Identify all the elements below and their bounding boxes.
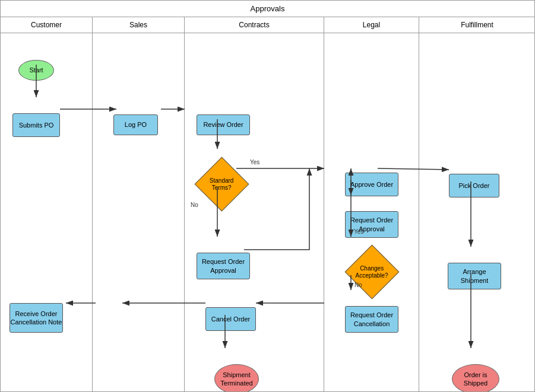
node-arrange-shipment: Arrange Shipment [448,263,501,289]
lane-header-fulfillment: Fulfillment [419,17,535,33]
node-shipment-terminated: Shipment Terminated [214,364,259,392]
lane-body-fulfillment: Pick Order Arrange Shipment Order is Shi… [419,33,535,391]
lane-body-sales: Log PO [93,33,184,391]
lane-sales: Sales Log PO [93,17,185,391]
lane-header-legal: Legal [324,17,419,33]
lane-fulfillment: Fulfillment Pick Order Arrange Shipment … [419,17,535,391]
swim-lanes: Customer Start Submits PO Receive Order … [1,17,534,391]
lane-customer: Customer Start Submits PO Receive Order … [1,17,93,391]
node-standard-terms: Standard Terms? [195,157,249,212]
lane-body-customer: Start Submits PO Receive Order Cancellat… [1,33,92,391]
lane-body-contracts: Review Order Standard Terms? Request Ord… [185,33,324,391]
node-request-approval-legal: Request Order Approval [345,211,398,238]
lane-body-legal: Approve Order Request Order Approval Cha… [324,33,419,391]
node-log-po: Log PO [113,114,158,135]
lane-contracts: Contracts Review Order Standard Terms? R… [185,17,324,391]
lane-header-customer: Customer [1,17,92,33]
node-cancel-order: Cancel Order [205,307,256,331]
node-receive-cancellation: Receive Order Cancellation Note [10,303,63,333]
node-approve-order: Approve Order [345,173,398,196]
diagram-title: Approvals [1,1,534,17]
node-pick-order: Pick Order [449,174,499,197]
node-request-cancellation: Request Order Cancellation [345,306,398,333]
lane-legal: Legal Approve Order Request Order Approv… [324,17,419,391]
node-start: Start [18,60,54,81]
lane-header-contracts: Contracts [185,17,324,33]
lane-header-sales: Sales [93,17,184,33]
node-order-shipped: Order is Shipped [452,364,499,392]
node-review-order: Review Order [197,114,250,135]
node-submits-po: Submits PO [12,113,60,137]
node-request-approval-contracts: Request Order Approval [197,253,250,279]
node-changes-acceptable: Changes Acceptable? [345,245,400,299]
diagram-container: Approvals Customer Start Submits PO Rece… [0,0,535,392]
